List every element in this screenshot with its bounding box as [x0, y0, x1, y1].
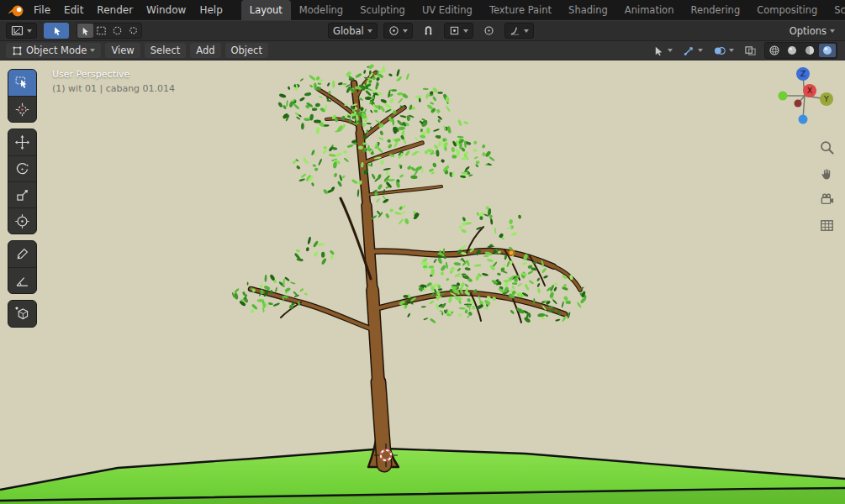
select-mode-box-button[interactable] [93, 24, 109, 38]
transform-orientation-label: Global [333, 25, 364, 37]
overlays-icon [713, 45, 726, 56]
pivot-point-dropdown[interactable] [383, 23, 413, 39]
rendered-sphere-icon [821, 45, 833, 56]
tool-measure-button[interactable] [8, 267, 36, 293]
tool-move-button[interactable] [8, 129, 36, 155]
nav-gizmo[interactable]: Z X Y [773, 66, 840, 133]
nav-axis-y-neg[interactable] [779, 92, 788, 101]
viewport-3d[interactable]: User Perspective (1) wit 01 | cabang 01.… [0, 60, 845, 504]
shading-solid-button[interactable] [784, 44, 800, 57]
cursor-tool-icon [14, 102, 30, 118]
tool-scale-button[interactable] [8, 181, 36, 207]
svg-text:Y: Y [823, 94, 829, 103]
workspace-tab-modeling[interactable]: Modeling [291, 0, 351, 20]
rotate-tool-icon [14, 161, 30, 177]
scale-tool-icon [14, 187, 30, 203]
nav-axis-x[interactable]: X [803, 84, 816, 97]
nav-axis-z[interactable]: Z [796, 67, 810, 81]
nav-axis-y[interactable]: Y [820, 92, 833, 106]
select-mode-circle-button[interactable] [109, 24, 125, 38]
workspace-tab-shading[interactable]: Shading [560, 0, 616, 20]
tool-cursor-button[interactable] [8, 96, 36, 122]
magnet-icon [423, 25, 434, 37]
nav-axis-z-neg[interactable] [799, 115, 808, 124]
ground-plane[interactable] [0, 449, 845, 504]
workspace-tab-scripting[interactable]: Scripting [826, 0, 845, 20]
snap-target-dropdown[interactable] [444, 23, 473, 39]
active-tool-button[interactable] [44, 23, 69, 39]
svg-text:Z: Z [800, 69, 806, 78]
blender-logo-icon[interactable] [7, 3, 25, 18]
solid-sphere-icon [786, 45, 798, 56]
blender-window: File Edit Render Window Help Layout Mode… [0, 0, 845, 504]
select-mode-tweak-button[interactable] [77, 24, 93, 38]
svg-text:X: X [807, 86, 813, 95]
editor-type-button[interactable] [6, 23, 37, 39]
object-menu[interactable]: Object [225, 43, 268, 58]
interaction-mode-label: Object Mode [26, 45, 87, 56]
transform-tool-icon [14, 213, 30, 229]
snap-toggle-button[interactable] [419, 23, 438, 39]
object-menu-label: Object [231, 45, 262, 56]
measure-tool-icon [14, 273, 30, 289]
workspace-tab-rendering[interactable]: Rendering [682, 0, 748, 20]
workspace-tabs: Layout Modeling Sculpting UV Editing Tex… [241, 0, 845, 20]
gizmos-dropdown[interactable] [680, 43, 705, 58]
camera-view-button[interactable] [817, 190, 836, 208]
options-dropdown[interactable]: Options [785, 23, 839, 39]
perspective-toggle-button[interactable] [817, 216, 836, 234]
workspace-tab-animation[interactable]: Animation [616, 0, 683, 20]
chevron-down-icon [729, 49, 734, 52]
chevron-down-icon [463, 29, 468, 33]
nav-axis-x-neg[interactable] [795, 100, 802, 108]
shading-material-preview-button[interactable] [801, 44, 818, 57]
select-menu[interactable]: Select [145, 43, 186, 58]
workspace-tab-compositing[interactable]: Compositing [748, 0, 826, 20]
tree-object[interactable] [231, 64, 587, 467]
workspace-tab-layout[interactable]: Layout [241, 0, 291, 20]
viewport-side-controls [817, 138, 836, 234]
interaction-mode-dropdown[interactable]: Object Mode [6, 43, 101, 58]
visibility-pointer-icon [652, 45, 665, 56]
viewport-canvas[interactable] [0, 60, 845, 504]
tool-rotate-button[interactable] [8, 155, 36, 181]
lasso-select-icon [128, 25, 139, 36]
chevron-down-icon [90, 49, 95, 52]
menu-help[interactable]: Help [193, 0, 229, 20]
overlays-dropdown[interactable] [710, 43, 737, 58]
proportional-falloff-dropdown[interactable] [504, 23, 534, 39]
menu-file[interactable]: File [27, 0, 57, 20]
chevron-down-icon [367, 29, 372, 33]
xray-toggle-button[interactable] [742, 43, 759, 58]
menu-render[interactable]: Render [90, 0, 140, 20]
select-mode-lasso-button[interactable] [125, 24, 141, 38]
tweak-select-icon [80, 25, 91, 36]
chevron-down-icon [830, 29, 835, 33]
menu-window[interactable]: Window [140, 0, 193, 20]
select-box-icon [14, 75, 30, 91]
grid-icon [819, 218, 835, 234]
tool-add-cube-button[interactable] [8, 301, 36, 327]
magnifier-icon [819, 139, 835, 155]
pan-button[interactable] [817, 164, 836, 182]
chevron-down-icon [524, 29, 529, 33]
workspace-tab-uv-editing[interactable]: UV Editing [414, 0, 481, 20]
view-menu[interactable]: View [105, 43, 140, 58]
tool-select-box-button[interactable] [8, 70, 36, 96]
tool-annotate-button[interactable] [8, 241, 36, 267]
add-menu[interactable]: Add [190, 43, 220, 58]
material-sphere-icon [804, 45, 816, 56]
menu-edit[interactable]: Edit [57, 0, 90, 20]
transform-orientation-dropdown[interactable]: Global [328, 23, 378, 39]
camera-icon [819, 192, 835, 207]
gizmo-arrows-icon [683, 45, 695, 56]
tool-transform-button[interactable] [8, 207, 36, 234]
object-visibility-dropdown[interactable] [650, 43, 675, 58]
workspace-tab-texture-paint[interactable]: Texture Paint [481, 0, 560, 20]
proportional-editing-toggle[interactable] [479, 23, 499, 39]
workspace-tab-sculpting[interactable]: Sculpting [351, 0, 414, 20]
shading-wireframe-button[interactable] [766, 44, 783, 57]
shading-rendered-button[interactable] [819, 44, 836, 57]
zoom-button[interactable] [817, 138, 836, 156]
proportional-editing-icon [483, 25, 494, 36]
